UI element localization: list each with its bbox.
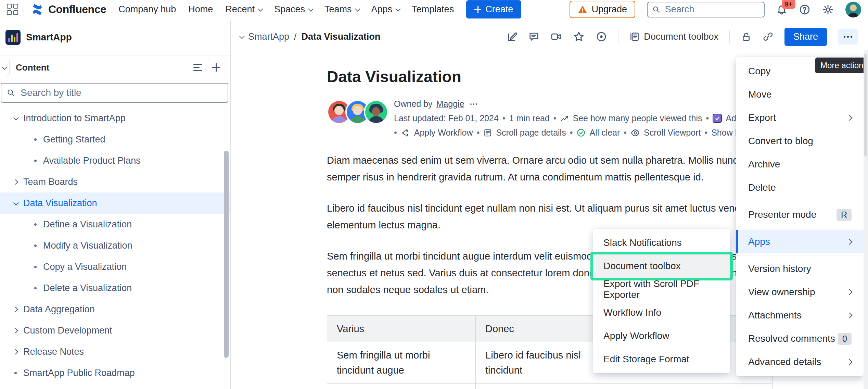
sidebar-item-available-product-plans[interactable]: Available Product Plans [0, 150, 230, 171]
all-clear-status[interactable]: All clear [589, 128, 620, 138]
last-updated: Last updated: Feb 01, 2024 [394, 113, 499, 123]
submenu-item-slack-notifications[interactable]: Slack Notifications [593, 231, 730, 254]
star-icon[interactable] [573, 31, 585, 42]
filter-icon[interactable] [193, 64, 202, 71]
nav-apps[interactable]: Apps [371, 4, 400, 15]
add-page-button[interactable] [212, 63, 220, 72]
read-time: 1 min read [509, 113, 550, 123]
menu-item-advanced-details[interactable]: Advanced details [736, 350, 864, 374]
menu-item-apps[interactable]: Apps [736, 230, 864, 253]
apps-submenu: Slack Notifications Document toolbox Exp… [593, 229, 730, 373]
comment-icon[interactable] [528, 31, 539, 42]
page-scrollbar-thumb[interactable] [864, 54, 867, 156]
menu-item-archive[interactable]: Archive [736, 153, 864, 176]
nav-teams[interactable]: Teams [324, 4, 359, 15]
space-header[interactable]: SmartApp [0, 20, 230, 55]
chevron-down-icon[interactable] [239, 34, 245, 39]
submenu-item-export-scroll-pdf[interactable]: Export with Scroll PDF Exporter [593, 278, 730, 301]
table-cell: Sem fringilla ut morbi tincidunt [476, 384, 624, 389]
sidebar-item-how-to-articles[interactable]: How-to articles [0, 384, 230, 389]
sidebar-item-copy-a-visualization[interactable]: Copy a Visualization [0, 256, 230, 277]
submenu-item-apply-workflow[interactable]: Apply Workflow [593, 324, 730, 348]
submenu-item-edit-storage-format[interactable]: Edit Storage Format [593, 348, 730, 371]
sidebar-scrollbar-thumb[interactable] [224, 151, 229, 358]
sidebar-search[interactable] [1, 83, 228, 103]
document-toolbox-button[interactable]: Document toolbox [629, 32, 718, 42]
menu-item-convert-to-blog[interactable]: Convert to blog [736, 129, 864, 153]
byline-overflow-icon[interactable] [470, 103, 477, 105]
settings-button[interactable] [822, 4, 834, 15]
menu-item-resolved-comments[interactable]: Resolved comments0 [736, 327, 864, 350]
sidebar-item-introduction[interactable]: Introduction to SmartApp [0, 108, 230, 129]
breadcrumb-separator: / [294, 32, 297, 42]
sidebar-item-data-visualization[interactable]: Data Visualization [0, 192, 230, 214]
contributor-avatars[interactable] [327, 98, 388, 138]
bullet-icon [30, 138, 40, 141]
sidebar-item-delete-a-visualization[interactable]: Delete a Visualization [0, 277, 230, 299]
sidebar-item-modify-a-visualization[interactable]: Modify a Visualization [0, 235, 230, 256]
table-row: Libero id faucibus nisl tincidunt Sem fr… [327, 384, 773, 389]
menu-item-delete[interactable]: Delete [736, 176, 864, 199]
menu-item-presenter-mode[interactable]: Presenter modeR [736, 203, 864, 226]
sidebar-item-getting-started[interactable]: Getting Started [0, 129, 230, 150]
share-button[interactable]: Share [784, 28, 827, 46]
paragraph: Diam maecenas sed enim ut sem viverra. O… [327, 152, 773, 186]
more-actions-tooltip: More actions [815, 58, 868, 73]
sidebar-item-release-notes[interactable]: Release Notes [0, 341, 230, 362]
page-details-icon [483, 128, 492, 137]
owner-link[interactable]: Maggie [436, 99, 464, 109]
global-search[interactable] [647, 2, 765, 17]
space-avatar-icon [5, 30, 21, 45]
chevron-down-icon [10, 116, 21, 120]
sidebar-item-data-aggregation[interactable]: Data Aggregation [0, 299, 230, 320]
confluence-logo[interactable]: Confluence [30, 3, 106, 16]
confluence-mark-icon [30, 3, 44, 16]
menu-item-export[interactable]: Export [736, 106, 864, 129]
breadcrumb: SmartApp / Data Visualization [240, 32, 380, 42]
chevron-right-icon [10, 350, 21, 354]
video-icon[interactable] [550, 31, 562, 42]
menu-item-view-ownership[interactable]: View ownership [736, 280, 864, 304]
scroll-viewport-link[interactable]: Scroll Viewport [644, 128, 701, 138]
scroll-page-details-link[interactable]: Scroll page details [496, 128, 566, 138]
page-scrollbar[interactable] [864, 50, 868, 389]
help-button[interactable] [799, 4, 810, 15]
submenu-item-document-toolbox[interactable]: Document toolbox [593, 254, 730, 278]
user-avatar[interactable] [845, 2, 861, 17]
bullet-icon [30, 266, 40, 268]
breadcrumb-space[interactable]: SmartApp [248, 32, 289, 42]
nav-company-hub[interactable]: Company hub [118, 4, 176, 15]
unlock-icon[interactable] [741, 31, 752, 42]
submenu-item-workflow-info[interactable]: Workflow Info [593, 301, 730, 324]
nav-home[interactable]: Home [188, 4, 213, 15]
sidebar-collapse-button[interactable] [0, 58, 10, 77]
menu-item-attachments[interactable]: Attachments [736, 304, 864, 327]
chevron-right-icon [847, 239, 853, 245]
watch-icon[interactable] [596, 31, 607, 42]
sidebar-item-smartapp-public-roadmap[interactable]: SmartApp Public Roadmap [0, 362, 230, 384]
bullet-icon [30, 160, 40, 162]
views-link[interactable]: See how many people viewed this [573, 113, 702, 123]
create-button[interactable]: Create [466, 0, 521, 18]
sidebar-item-custom-development[interactable]: Custom Development [0, 320, 230, 341]
menu-item-move[interactable]: Move [736, 83, 864, 106]
more-actions-button[interactable] [838, 29, 858, 45]
nav-spaces[interactable]: Spaces [274, 4, 312, 15]
byline: Owned by Maggie Last updated: Feb 01, 20… [327, 98, 773, 138]
sidebar-item-team-boards[interactable]: Team Boards [0, 171, 230, 192]
sidebar-search-input[interactable] [20, 87, 222, 99]
nav-templates[interactable]: Templates [412, 4, 454, 15]
app-switcher-icon[interactable] [7, 4, 18, 15]
edit-icon[interactable] [507, 31, 518, 42]
breadcrumb-page[interactable]: Data Visualization [302, 32, 381, 42]
chevron-down-icon [395, 6, 401, 12]
search-icon [7, 88, 15, 97]
notifications-button[interactable]: 9+ [776, 4, 787, 15]
nav-recent[interactable]: Recent [225, 4, 262, 15]
global-search-input[interactable] [664, 4, 759, 15]
link-icon[interactable] [763, 31, 774, 42]
upgrade-button[interactable]: Upgrade [570, 1, 635, 18]
apply-workflow-link[interactable]: Apply Workflow [414, 128, 473, 138]
sidebar-item-define-a-visualization[interactable]: Define a Visualization [0, 214, 230, 235]
menu-item-version-history[interactable]: Version history [736, 257, 864, 280]
